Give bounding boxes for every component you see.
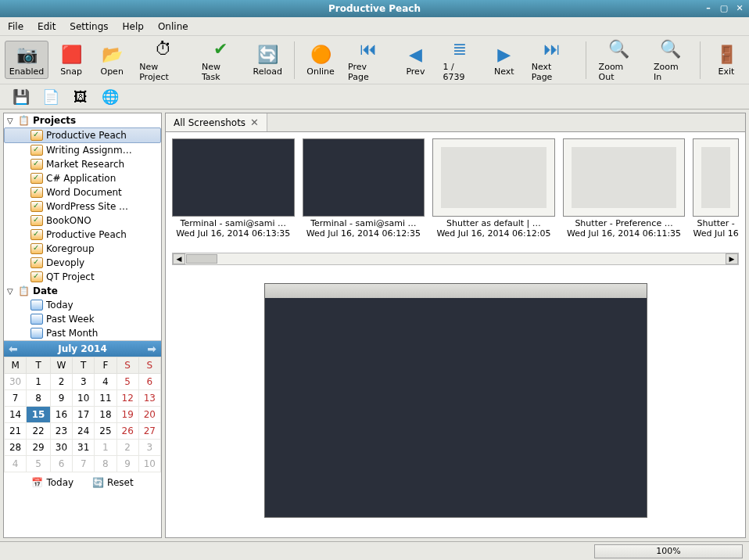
calendar-day[interactable]: 8 xyxy=(27,390,51,407)
calendar-day[interactable]: 20 xyxy=(138,407,160,423)
calendar-day[interactable]: 4 xyxy=(5,456,27,472)
calendar-day[interactable]: 7 xyxy=(73,456,95,472)
scroll-left-icon[interactable]: ◀ xyxy=(173,253,185,264)
calendar-day[interactable]: 18 xyxy=(95,407,116,423)
tree-header-date[interactable]: ▽ 📋 Date xyxy=(4,284,161,298)
calendar-day[interactable]: 25 xyxy=(95,423,116,440)
calendar-day[interactable]: 11 xyxy=(95,390,116,407)
project-item[interactable]: Word Document xyxy=(4,185,161,199)
enabled-button[interactable]: 📷Enabled xyxy=(5,41,48,79)
calendar-day[interactable]: 8 xyxy=(95,456,116,472)
calendar-day[interactable]: 6 xyxy=(50,456,72,472)
calendar-day[interactable]: 29 xyxy=(27,440,51,456)
online-button[interactable]: 🟠Online xyxy=(303,41,339,78)
screenshot-thumbnail[interactable]: Terminal - sami@sami …Wed Jul 16, 2014 0… xyxy=(303,138,425,251)
project-item[interactable]: Writing Assignm… xyxy=(4,143,161,157)
screenshot-thumbnail[interactable]: Shutter as default | …Wed Jul 16, 2014 0… xyxy=(432,138,555,251)
menu-edit[interactable]: Edit xyxy=(38,21,56,32)
thumbnail-scrollbar[interactable]: ◀ ▶ xyxy=(172,253,739,265)
cal-next-icon[interactable]: ➡ xyxy=(147,343,156,355)
close-icon[interactable]: ✕ xyxy=(733,2,746,14)
calendar-day[interactable]: 5 xyxy=(116,374,138,390)
calendar-day[interactable]: 13 xyxy=(138,390,160,407)
calendar-day[interactable]: 14 xyxy=(5,407,27,423)
calendar-day[interactable]: 2 xyxy=(50,374,72,390)
zoom-out-button[interactable]: 🔍Zoom Out xyxy=(594,37,644,84)
calendar-day[interactable]: 15 xyxy=(27,407,51,423)
project-item[interactable]: Koregroup xyxy=(4,242,161,256)
new-task-button[interactable]: ✔New Task xyxy=(197,37,245,84)
project-item[interactable]: Productive Peach xyxy=(4,228,161,242)
menu-file[interactable]: File xyxy=(8,21,23,32)
tab-close-icon[interactable]: ✕ xyxy=(250,117,259,128)
cal-prev-icon[interactable]: ⬅ xyxy=(9,343,18,355)
menu-online[interactable]: Online xyxy=(158,21,188,32)
screenshot-thumbnail[interactable]: Terminal - sami@sami …Wed Jul 16, 2014 0… xyxy=(172,138,295,251)
calendar-day[interactable]: 24 xyxy=(73,423,95,440)
screenshot-preview[interactable] xyxy=(264,283,647,518)
calendar-day[interactable]: 28 xyxy=(5,440,27,456)
calendar-day[interactable]: 30 xyxy=(5,374,27,390)
date-filter-item[interactable]: Past Week xyxy=(4,312,161,326)
calendar-day[interactable]: 2 xyxy=(116,440,138,456)
screenshot-thumbnail[interactable]: Shutter -Wed Jul 16 xyxy=(693,138,739,251)
calendar-day[interactable]: 1 xyxy=(27,374,51,390)
tree-header-projects[interactable]: ▽ 📋 Projects xyxy=(4,113,161,127)
project-item[interactable]: QT Project xyxy=(4,270,161,284)
tab-all-screenshots[interactable]: All Screenshots ✕ xyxy=(166,113,267,131)
project-item[interactable]: BookONO xyxy=(4,214,161,228)
calendar-day[interactable]: 19 xyxy=(116,407,138,423)
maximize-icon[interactable]: ▢ xyxy=(718,2,730,14)
calendar-day[interactable]: 12 xyxy=(116,390,138,407)
calendar-day[interactable]: 10 xyxy=(73,390,95,407)
next-page-button[interactable]: ⏭Next Page xyxy=(527,37,578,84)
cal-today-button[interactable]: 📅 Today xyxy=(31,477,73,488)
open-button[interactable]: 📂Open xyxy=(94,41,130,78)
calendar-day[interactable]: 1 xyxy=(95,440,116,456)
calendar-day[interactable]: 3 xyxy=(138,440,160,456)
cal-reset-button[interactable]: 🔄 Reset xyxy=(92,477,134,488)
project-item[interactable]: C# Application xyxy=(4,171,161,185)
calendar-day[interactable]: 6 xyxy=(138,374,160,390)
calendar-day[interactable]: 30 xyxy=(50,440,72,456)
calendar-day[interactable]: 9 xyxy=(50,390,72,407)
cal-month-label[interactable]: July 2014 xyxy=(58,343,107,354)
globe-icon[interactable]: 🌐 xyxy=(102,88,119,106)
calendar-day[interactable]: 5 xyxy=(27,456,51,472)
project-item[interactable]: Productive Peach xyxy=(4,127,161,143)
next-button[interactable]: ▶Next xyxy=(486,41,522,78)
calendar-day[interactable]: 7 xyxy=(5,390,27,407)
calendar-day[interactable]: 22 xyxy=(27,423,51,440)
export-icon[interactable]: 📄 xyxy=(42,88,59,106)
minimize-icon[interactable]: – xyxy=(702,2,715,14)
calendar-day[interactable]: 3 xyxy=(73,374,95,390)
calendar-day[interactable]: 10 xyxy=(138,456,160,472)
calendar-day[interactable]: 17 xyxy=(73,407,95,423)
reload-button[interactable]: 🔄Reload xyxy=(249,41,287,78)
date-filter-item[interactable]: Today xyxy=(4,298,161,312)
project-item[interactable]: Devoply xyxy=(4,256,161,270)
project-item[interactable]: Market Research xyxy=(4,157,161,171)
scroll-right-icon[interactable]: ▶ xyxy=(726,253,738,264)
project-item[interactable]: WordPress Site … xyxy=(4,199,161,214)
new-project-button[interactable]: ⏱New Project xyxy=(134,37,192,84)
snap-button[interactable]: 🟥Snap xyxy=(53,41,89,78)
prev-page-button[interactable]: ⏮Prev Page xyxy=(343,37,392,84)
scroll-handle[interactable] xyxy=(186,254,217,264)
menu-help[interactable]: Help xyxy=(123,21,144,32)
calendar-day[interactable]: 9 xyxy=(116,456,138,472)
save-icon[interactable]: 💾 xyxy=(13,88,30,106)
date-filter-item[interactable]: Past Month xyxy=(4,326,161,340)
screenshot-thumbnail[interactable]: Shutter - Preference …Wed Jul 16, 2014 0… xyxy=(563,138,686,251)
delete-image-icon[interactable]: 🖼 xyxy=(72,88,89,106)
calendar-day[interactable]: 21 xyxy=(5,423,27,440)
calendar-day[interactable]: 16 xyxy=(50,407,72,423)
1-6739-button[interactable]: ≣1 / 6739 xyxy=(438,37,481,84)
calendar-day[interactable]: 4 xyxy=(95,374,116,390)
calendar-day[interactable]: 23 xyxy=(50,423,72,440)
exit-button[interactable]: 🚪Exit xyxy=(708,41,744,78)
menu-settings[interactable]: Settings xyxy=(70,21,108,32)
calendar-day[interactable]: 31 xyxy=(73,440,95,456)
prev-button[interactable]: ◀Prev xyxy=(397,41,433,78)
zoom-indicator[interactable]: 100% xyxy=(594,544,743,558)
